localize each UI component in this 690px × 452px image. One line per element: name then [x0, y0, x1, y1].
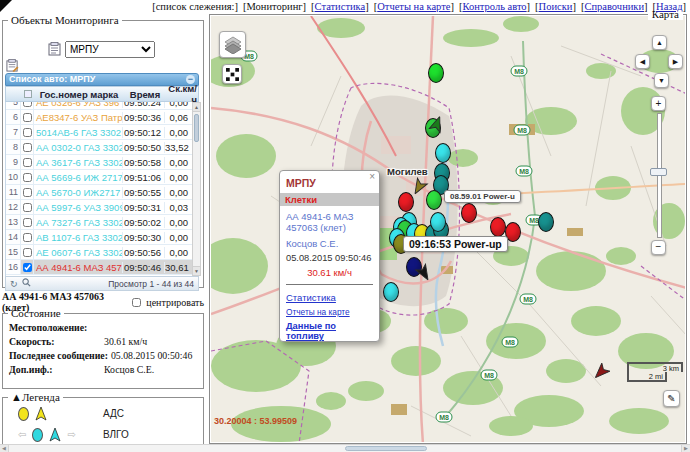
map-view[interactable]: М8М8М8М8М8М8М8М8М8 Могилев 08.59.01 Powe… — [211, 16, 685, 442]
table-row[interactable]: 8АА 0302-0 ГАЗ 330209:50:5033,52 — [6, 140, 198, 155]
vehicle-marker[interactable] — [428, 63, 444, 83]
nav-link[interactable]: Поиски — [539, 1, 573, 12]
select-all-checkbox[interactable] — [24, 90, 32, 98]
nav-item: [Справочники] — [581, 1, 648, 12]
pan-up-icon[interactable]: ▲ — [652, 35, 667, 50]
speed-value: 0,00 — [164, 187, 190, 198]
row-number: 10 — [6, 170, 21, 184]
pan-left-icon[interactable]: ◀ — [635, 54, 650, 69]
pan-right-icon[interactable]: ▶ — [668, 54, 683, 69]
row-checkbox-cell — [21, 200, 34, 214]
legend-collapse-icon[interactable]: ▲ — [11, 391, 22, 403]
table-row[interactable]: 5АЕ 0326-6 УАЗ 39609:50:240,00 — [6, 102, 198, 110]
table-row[interactable]: 13АА 7327-6 ГАЗ 330209:50:020,00 — [6, 215, 198, 230]
table-row[interactable]: 10АА 5669-6 ИЖ 271709:51:060,00 — [6, 170, 198, 185]
nav-link[interactable]: Назад — [656, 1, 682, 12]
fullscreen-icon[interactable] — [222, 64, 242, 84]
row-checkbox[interactable] — [23, 233, 32, 242]
collapse-sidebar-icon[interactable] — [0, 0, 12, 12]
row-checkbox[interactable] — [23, 158, 32, 167]
nav-item: [Поиски] — [535, 1, 576, 12]
col-vehicle[interactable]: Гос.номер марка — [34, 89, 124, 100]
row-checkbox[interactable] — [23, 143, 32, 152]
col-time[interactable]: Время — [124, 89, 166, 100]
row-checkbox-cell — [21, 245, 34, 259]
row-checkbox[interactable] — [23, 113, 32, 122]
vehicle-marker[interactable] — [538, 212, 554, 232]
nav-link[interactable]: Отчеты на карте — [377, 1, 450, 12]
zoom-slider-handle[interactable] — [650, 168, 667, 176]
row-number: 12 — [6, 200, 21, 214]
row-checkbox[interactable] — [23, 102, 32, 107]
table-row[interactable]: 15АЕ 0607-6 ГАЗ 330209:50:560,00 — [6, 245, 198, 260]
scroll-left-icon[interactable]: ⇦ — [18, 429, 26, 440]
table-row[interactable]: 6АЕ8347-6 УАЗ Патр09:50:360,06 — [6, 110, 198, 125]
vehicle-marker[interactable] — [426, 190, 442, 210]
horizontal-scrollbar[interactable]: ◀ ▶ — [0, 444, 690, 452]
direction-arrow-marker[interactable] — [430, 116, 444, 132]
table-scrollbar[interactable]: ▲ ▼ — [192, 102, 201, 276]
table-row[interactable]: 75014АВ-6 ГАЗ 330209:50:120,00 — [6, 125, 198, 140]
table-row[interactable]: 9АА 3617-6 ГАЗ 330209:50:580,00 — [6, 155, 198, 170]
vehicle-name: АА 5670-0 ИЖ2717 — [34, 187, 122, 198]
vehicle-marker[interactable] — [461, 203, 477, 223]
hscrollbar-thumb[interactable] — [345, 446, 427, 451]
scroll-up-icon[interactable]: ▲ — [193, 103, 200, 112]
popup-link[interactable]: Данные по топливу — [286, 321, 373, 341]
zoom-out-button[interactable]: − — [651, 240, 666, 255]
vehicle-group-icon[interactable] — [48, 42, 62, 56]
row-checkbox[interactable] — [23, 263, 32, 272]
popup-link[interactable]: Статистика — [286, 292, 373, 303]
close-icon[interactable]: × — [369, 171, 375, 182]
direction-arrow-marker[interactable] — [594, 364, 608, 380]
hscroll-left-icon[interactable]: ◀ — [0, 445, 9, 452]
scroll-right-icon[interactable]: ⇨ — [67, 429, 75, 440]
speed-value: 0,03 — [164, 202, 190, 213]
row-checkbox[interactable] — [23, 188, 32, 197]
layers-icon[interactable] — [219, 31, 246, 58]
col-checkbox[interactable] — [21, 90, 34, 98]
nav-link[interactable]: Контроль авто — [462, 1, 526, 12]
row-checkbox[interactable] — [23, 128, 32, 137]
row-checkbox[interactable] — [23, 218, 32, 227]
measure-icon[interactable]: ✎ — [663, 390, 680, 407]
direction-arrow-marker[interactable] — [417, 265, 431, 281]
popup-group: МРПУ — [286, 177, 373, 189]
table-row[interactable]: 14АВ 1107-6 ГАЗ 330209:50:300,00 — [6, 230, 198, 245]
vehicle-list-icon[interactable] — [6, 59, 19, 72]
report-time: 09:50:24 — [122, 102, 164, 108]
nav-link[interactable]: Справочники — [584, 1, 644, 12]
center-checkbox[interactable] — [132, 298, 141, 307]
nav-link[interactable]: Статистика — [315, 1, 366, 12]
vehicle-marker[interactable] — [490, 217, 506, 237]
marker-flag-label: 08.59.01 Power-u — [444, 190, 521, 203]
center-checkbox-label: центрировать — [146, 297, 204, 308]
table-row[interactable]: 12АА 5997-6 УАЗ 390909:50:310,03 — [6, 200, 198, 215]
speed-value: 0,06 — [164, 112, 190, 123]
pan-down-icon[interactable]: ▼ — [654, 73, 669, 88]
speed-value: 0,00 — [164, 157, 190, 168]
zoom-in-button[interactable]: + — [651, 96, 666, 111]
direction-arrow-marker[interactable] — [412, 179, 426, 195]
vehicle-marker[interactable] — [398, 192, 414, 212]
search-icon[interactable] — [22, 278, 31, 289]
vehicle-marker[interactable] — [430, 212, 446, 232]
scrollbar-thumb[interactable] — [194, 114, 199, 142]
refresh-icon[interactable]: ↻ — [10, 279, 18, 289]
row-checkbox[interactable] — [23, 248, 32, 257]
vehicle-marker[interactable] — [435, 143, 451, 163]
speed-value: 0,00 — [164, 127, 190, 138]
popup-link[interactable]: Отчеты на карте — [286, 307, 373, 317]
group-select[interactable]: МРПУ — [65, 41, 155, 58]
row-checkbox[interactable] — [23, 203, 32, 212]
row-checkbox-cell — [21, 155, 34, 169]
vehicle-marker[interactable] — [383, 282, 399, 302]
row-checkbox-cell — [21, 185, 34, 199]
row-checkbox[interactable] — [23, 173, 32, 182]
scroll-down-icon[interactable]: ▼ — [193, 266, 200, 275]
table-row[interactable]: 11АА 5670-0 ИЖ271709:50:550,00 — [6, 185, 198, 200]
hscroll-right-icon[interactable]: ▶ — [681, 445, 690, 452]
status-row: Местоположение: — [3, 321, 203, 335]
table-row[interactable]: 16АА 4941-6 МАЗ 45709:50:4630,61 — [6, 260, 198, 275]
row-number: 15 — [6, 245, 21, 259]
